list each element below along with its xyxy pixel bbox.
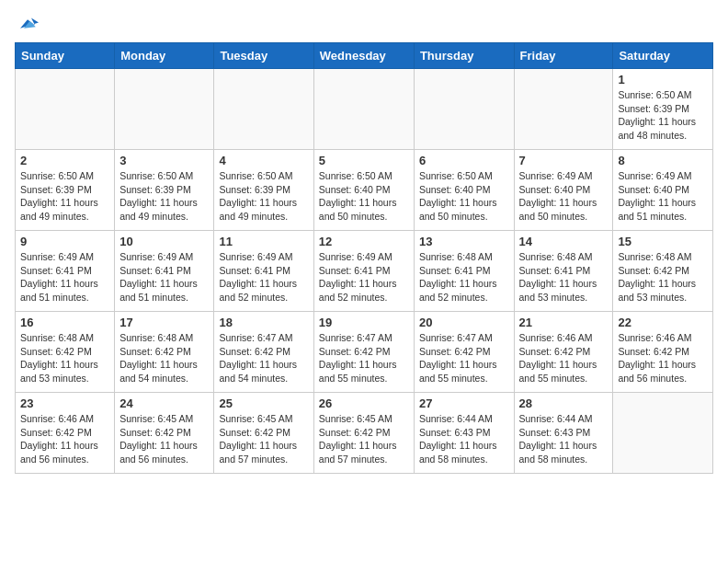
day-info: Sunrise: 6:50 AM Sunset: 6:39 PM Dayligh…: [20, 169, 109, 224]
calendar-cell: [613, 393, 713, 474]
calendar-cell: 17Sunrise: 6:48 AM Sunset: 6:42 PM Dayli…: [115, 312, 214, 393]
day-number: 3: [119, 154, 209, 167]
day-number: 8: [618, 154, 708, 167]
day-number: 7: [519, 154, 609, 167]
day-info: Sunrise: 6:50 AM Sunset: 6:40 PM Dayligh…: [419, 169, 509, 224]
day-number: 21: [519, 316, 609, 329]
day-info: Sunrise: 6:45 AM Sunset: 6:42 PM Dayligh…: [219, 412, 308, 466]
day-number: 15: [618, 235, 708, 248]
day-info: Sunrise: 6:49 AM Sunset: 6:41 PM Dayligh…: [20, 250, 109, 304]
calendar-cell: 8Sunrise: 6:49 AM Sunset: 6:40 PM Daylig…: [613, 150, 713, 231]
calendar-cell: 11Sunrise: 6:49 AM Sunset: 6:41 PM Dayli…: [214, 231, 313, 312]
calendar-cell: 5Sunrise: 6:50 AM Sunset: 6:40 PM Daylig…: [313, 150, 414, 231]
week-row-2: 2Sunrise: 6:50 AM Sunset: 6:39 PM Daylig…: [16, 150, 713, 231]
col-header-thursday: Thursday: [414, 43, 514, 69]
day-number: 5: [319, 154, 409, 167]
calendar-cell: 9Sunrise: 6:49 AM Sunset: 6:41 PM Daylig…: [16, 231, 115, 312]
calendar-cell: 26Sunrise: 6:45 AM Sunset: 6:42 PM Dayli…: [313, 393, 414, 474]
day-info: Sunrise: 6:49 AM Sunset: 6:41 PM Dayligh…: [119, 250, 209, 304]
calendar-cell: [414, 69, 514, 150]
calendar-cell: 23Sunrise: 6:46 AM Sunset: 6:42 PM Dayli…: [16, 393, 115, 474]
page-header: [15, 15, 713, 33]
calendar-cell: 19Sunrise: 6:47 AM Sunset: 6:42 PM Dayli…: [313, 312, 414, 393]
day-info: Sunrise: 6:46 AM Sunset: 6:42 PM Dayligh…: [20, 412, 109, 466]
calendar-cell: 20Sunrise: 6:47 AM Sunset: 6:42 PM Dayli…: [414, 312, 514, 393]
day-number: 11: [219, 235, 308, 248]
week-row-4: 16Sunrise: 6:48 AM Sunset: 6:42 PM Dayli…: [16, 312, 713, 393]
day-number: 19: [319, 316, 409, 329]
day-number: 23: [20, 396, 109, 410]
calendar-cell: 16Sunrise: 6:48 AM Sunset: 6:42 PM Dayli…: [16, 312, 115, 393]
day-info: Sunrise: 6:50 AM Sunset: 6:40 PM Dayligh…: [319, 169, 409, 224]
calendar-cell: 15Sunrise: 6:48 AM Sunset: 6:42 PM Dayli…: [613, 231, 713, 312]
day-info: Sunrise: 6:48 AM Sunset: 6:42 PM Dayligh…: [20, 331, 109, 385]
calendar-cell: 4Sunrise: 6:50 AM Sunset: 6:39 PM Daylig…: [214, 150, 313, 231]
calendar-cell: 28Sunrise: 6:44 AM Sunset: 6:43 PM Dayli…: [514, 393, 613, 474]
day-info: Sunrise: 6:49 AM Sunset: 6:41 PM Dayligh…: [219, 250, 308, 304]
day-number: 27: [419, 396, 509, 410]
day-info: Sunrise: 6:48 AM Sunset: 6:41 PM Dayligh…: [419, 250, 509, 304]
day-number: 6: [419, 154, 509, 167]
day-number: 4: [219, 154, 308, 167]
calendar-cell: 18Sunrise: 6:47 AM Sunset: 6:42 PM Dayli…: [214, 312, 313, 393]
calendar-header-row: SundayMondayTuesdayWednesdayThursdayFrid…: [16, 43, 713, 69]
day-number: 22: [618, 316, 708, 329]
day-number: 17: [119, 316, 209, 329]
day-info: Sunrise: 6:50 AM Sunset: 6:39 PM Dayligh…: [618, 88, 708, 143]
day-info: Sunrise: 6:50 AM Sunset: 6:39 PM Dayligh…: [219, 169, 308, 224]
day-info: Sunrise: 6:45 AM Sunset: 6:42 PM Dayligh…: [119, 412, 209, 466]
day-info: Sunrise: 6:47 AM Sunset: 6:42 PM Dayligh…: [419, 331, 509, 385]
day-info: Sunrise: 6:49 AM Sunset: 6:41 PM Dayligh…: [319, 250, 409, 304]
day-info: Sunrise: 6:46 AM Sunset: 6:42 PM Dayligh…: [519, 331, 609, 385]
calendar-cell: 25Sunrise: 6:45 AM Sunset: 6:42 PM Dayli…: [214, 393, 313, 474]
week-row-1: 1Sunrise: 6:50 AM Sunset: 6:39 PM Daylig…: [16, 69, 713, 150]
calendar-cell: 14Sunrise: 6:48 AM Sunset: 6:41 PM Dayli…: [514, 231, 613, 312]
day-number: 26: [319, 396, 409, 410]
day-info: Sunrise: 6:49 AM Sunset: 6:40 PM Dayligh…: [618, 169, 708, 224]
day-info: Sunrise: 6:46 AM Sunset: 6:42 PM Dayligh…: [618, 331, 708, 385]
calendar-cell: 21Sunrise: 6:46 AM Sunset: 6:42 PM Dayli…: [514, 312, 613, 393]
day-info: Sunrise: 6:48 AM Sunset: 6:41 PM Dayligh…: [519, 250, 609, 304]
calendar-cell: 1Sunrise: 6:50 AM Sunset: 6:39 PM Daylig…: [613, 69, 713, 150]
day-info: Sunrise: 6:48 AM Sunset: 6:42 PM Dayligh…: [618, 250, 708, 304]
day-info: Sunrise: 6:45 AM Sunset: 6:42 PM Dayligh…: [319, 412, 409, 466]
calendar-cell: 6Sunrise: 6:50 AM Sunset: 6:40 PM Daylig…: [414, 150, 514, 231]
day-info: Sunrise: 6:47 AM Sunset: 6:42 PM Dayligh…: [219, 331, 308, 385]
week-row-3: 9Sunrise: 6:49 AM Sunset: 6:41 PM Daylig…: [16, 231, 713, 312]
calendar-cell: 22Sunrise: 6:46 AM Sunset: 6:42 PM Dayli…: [613, 312, 713, 393]
day-number: 10: [119, 235, 209, 248]
calendar-cell: 13Sunrise: 6:48 AM Sunset: 6:41 PM Dayli…: [414, 231, 514, 312]
day-info: Sunrise: 6:49 AM Sunset: 6:40 PM Dayligh…: [519, 169, 609, 224]
day-info: Sunrise: 6:48 AM Sunset: 6:42 PM Dayligh…: [119, 331, 209, 385]
calendar-cell: [115, 69, 214, 150]
calendar-cell: 27Sunrise: 6:44 AM Sunset: 6:43 PM Dayli…: [414, 393, 514, 474]
col-header-friday: Friday: [514, 43, 613, 69]
calendar-cell: 24Sunrise: 6:45 AM Sunset: 6:42 PM Dayli…: [115, 393, 214, 474]
calendar-cell: [514, 69, 613, 150]
day-number: 1: [618, 73, 708, 86]
day-number: 12: [319, 235, 409, 248]
calendar-cell: 3Sunrise: 6:50 AM Sunset: 6:39 PM Daylig…: [115, 150, 214, 231]
day-number: 13: [419, 235, 509, 248]
calendar-cell: 7Sunrise: 6:49 AM Sunset: 6:40 PM Daylig…: [514, 150, 613, 231]
day-number: 28: [519, 396, 609, 410]
day-number: 16: [20, 316, 109, 329]
day-number: 25: [219, 396, 308, 410]
logo: [15, 15, 39, 33]
day-number: 24: [119, 396, 209, 410]
col-header-monday: Monday: [115, 43, 214, 69]
calendar-cell: 12Sunrise: 6:49 AM Sunset: 6:41 PM Dayli…: [313, 231, 414, 312]
calendar-cell: [214, 69, 313, 150]
day-number: 14: [519, 235, 609, 248]
col-header-wednesday: Wednesday: [313, 43, 414, 69]
calendar-cell: [313, 69, 414, 150]
day-number: 2: [20, 154, 109, 167]
calendar-table: SundayMondayTuesdayWednesdayThursdayFrid…: [15, 42, 713, 474]
calendar-cell: 10Sunrise: 6:49 AM Sunset: 6:41 PM Dayli…: [115, 231, 214, 312]
col-header-sunday: Sunday: [16, 43, 115, 69]
day-info: Sunrise: 6:44 AM Sunset: 6:43 PM Dayligh…: [519, 412, 609, 466]
day-info: Sunrise: 6:44 AM Sunset: 6:43 PM Dayligh…: [419, 412, 509, 466]
calendar-cell: [16, 69, 115, 150]
logo-bird-icon: [17, 15, 39, 33]
day-number: 20: [419, 316, 509, 329]
